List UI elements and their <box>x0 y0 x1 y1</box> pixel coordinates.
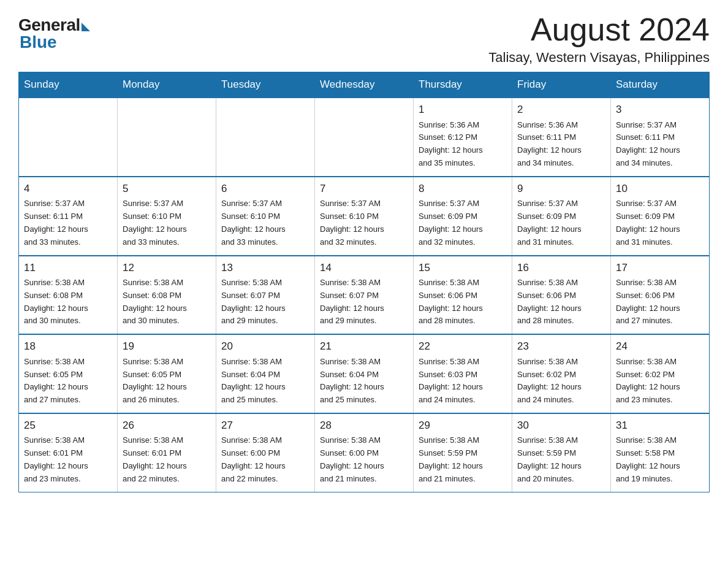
day-number: 29 <box>419 418 507 434</box>
calendar-cell: 24Sunrise: 5:38 AMSunset: 6:02 PMDayligh… <box>611 334 710 413</box>
calendar-cell: 2Sunrise: 5:36 AMSunset: 6:11 PMDaylight… <box>512 98 611 177</box>
calendar-cell: 5Sunrise: 5:37 AMSunset: 6:10 PMDaylight… <box>118 177 216 256</box>
day-number: 3 <box>616 102 704 118</box>
day-info: Sunrise: 5:38 AMSunset: 6:05 PMDaylight:… <box>123 356 211 407</box>
calendar-cell: 19Sunrise: 5:38 AMSunset: 6:05 PMDayligh… <box>118 334 216 413</box>
calendar-cell <box>216 98 315 177</box>
day-info: Sunrise: 5:38 AMSunset: 6:00 PMDaylight:… <box>221 434 309 485</box>
calendar-cell <box>315 98 414 177</box>
calendar-cell: 8Sunrise: 5:37 AMSunset: 6:09 PMDaylight… <box>414 177 512 256</box>
day-info: Sunrise: 5:38 AMSunset: 5:59 PMDaylight:… <box>517 434 605 485</box>
day-number: 26 <box>123 418 211 434</box>
weekday-header-tuesday: Tuesday <box>216 72 315 98</box>
title-area: August 2024 Talisay, Western Visayas, Ph… <box>488 12 710 66</box>
day-info: Sunrise: 5:37 AMSunset: 6:09 PMDaylight:… <box>517 197 605 248</box>
day-number: 27 <box>221 418 309 434</box>
day-number: 2 <box>517 102 605 118</box>
calendar-cell: 22Sunrise: 5:38 AMSunset: 6:03 PMDayligh… <box>414 334 512 413</box>
day-number: 25 <box>24 418 112 434</box>
weekday-header-thursday: Thursday <box>414 72 512 98</box>
day-info: Sunrise: 5:38 AMSunset: 6:04 PMDaylight:… <box>320 356 408 407</box>
day-number: 14 <box>320 260 408 276</box>
calendar-week-2: 4Sunrise: 5:37 AMSunset: 6:11 PMDaylight… <box>19 177 710 256</box>
calendar-cell: 25Sunrise: 5:38 AMSunset: 6:01 PMDayligh… <box>19 413 118 492</box>
calendar-cell: 26Sunrise: 5:38 AMSunset: 6:01 PMDayligh… <box>118 413 216 492</box>
day-number: 5 <box>123 181 211 197</box>
day-number: 24 <box>616 339 704 354</box>
day-info: Sunrise: 5:37 AMSunset: 6:10 PMDaylight:… <box>221 197 309 248</box>
calendar-cell: 11Sunrise: 5:38 AMSunset: 6:08 PMDayligh… <box>19 256 118 335</box>
calendar-cell: 4Sunrise: 5:37 AMSunset: 6:11 PMDaylight… <box>19 177 118 256</box>
day-info: Sunrise: 5:38 AMSunset: 6:08 PMDaylight:… <box>24 277 112 327</box>
day-info: Sunrise: 5:38 AMSunset: 6:01 PMDaylight:… <box>24 434 112 485</box>
calendar-week-5: 25Sunrise: 5:38 AMSunset: 6:01 PMDayligh… <box>19 413 710 492</box>
calendar-cell: 6Sunrise: 5:37 AMSunset: 6:10 PMDaylight… <box>216 177 315 256</box>
day-number: 31 <box>616 418 704 434</box>
day-info: Sunrise: 5:37 AMSunset: 6:09 PMDaylight:… <box>616 197 704 248</box>
calendar-cell: 7Sunrise: 5:37 AMSunset: 6:10 PMDaylight… <box>315 177 414 256</box>
day-info: Sunrise: 5:37 AMSunset: 6:10 PMDaylight:… <box>320 197 408 248</box>
day-number: 11 <box>24 260 112 276</box>
day-info: Sunrise: 5:38 AMSunset: 6:02 PMDaylight:… <box>616 356 704 407</box>
calendar-cell <box>19 98 118 177</box>
calendar-cell: 27Sunrise: 5:38 AMSunset: 6:00 PMDayligh… <box>216 413 315 492</box>
day-info: Sunrise: 5:38 AMSunset: 6:03 PMDaylight:… <box>419 356 507 407</box>
day-number: 30 <box>517 418 605 434</box>
logo-area: General Blue <box>18 12 90 52</box>
calendar-cell: 28Sunrise: 5:38 AMSunset: 6:00 PMDayligh… <box>315 413 414 492</box>
calendar-cell: 21Sunrise: 5:38 AMSunset: 6:04 PMDayligh… <box>315 334 414 413</box>
calendar-cell: 30Sunrise: 5:38 AMSunset: 5:59 PMDayligh… <box>512 413 611 492</box>
weekday-header-friday: Friday <box>512 72 611 98</box>
day-info: Sunrise: 5:37 AMSunset: 6:10 PMDaylight:… <box>123 197 211 248</box>
day-number: 28 <box>320 418 408 434</box>
logo-arrow-icon <box>82 23 90 31</box>
day-number: 16 <box>517 260 605 276</box>
calendar-cell: 13Sunrise: 5:38 AMSunset: 6:07 PMDayligh… <box>216 256 315 335</box>
day-info: Sunrise: 5:38 AMSunset: 6:01 PMDaylight:… <box>123 434 211 485</box>
day-number: 19 <box>123 339 211 354</box>
day-number: 9 <box>517 181 605 197</box>
calendar-week-4: 18Sunrise: 5:38 AMSunset: 6:05 PMDayligh… <box>19 334 710 413</box>
page-header: General Blue August 2024 Talisay, Wester… <box>18 12 710 66</box>
calendar-cell: 9Sunrise: 5:37 AMSunset: 6:09 PMDaylight… <box>512 177 611 256</box>
calendar-cell: 3Sunrise: 5:37 AMSunset: 6:11 PMDaylight… <box>611 98 710 177</box>
day-info: Sunrise: 5:36 AMSunset: 6:12 PMDaylight:… <box>419 119 507 170</box>
day-number: 20 <box>221 339 309 354</box>
calendar-table: SundayMondayTuesdayWednesdayThursdayFrid… <box>18 72 710 492</box>
calendar-cell: 1Sunrise: 5:36 AMSunset: 6:12 PMDaylight… <box>414 98 512 177</box>
weekday-header-monday: Monday <box>118 72 216 98</box>
day-info: Sunrise: 5:38 AMSunset: 6:07 PMDaylight:… <box>320 277 408 327</box>
weekday-header-sunday: Sunday <box>19 72 118 98</box>
day-info: Sunrise: 5:38 AMSunset: 6:06 PMDaylight:… <box>517 277 605 327</box>
day-info: Sunrise: 5:38 AMSunset: 6:00 PMDaylight:… <box>320 434 408 485</box>
day-number: 12 <box>123 260 211 276</box>
calendar-cell: 18Sunrise: 5:38 AMSunset: 6:05 PMDayligh… <box>19 334 118 413</box>
calendar-cell: 12Sunrise: 5:38 AMSunset: 6:08 PMDayligh… <box>118 256 216 335</box>
weekday-header-row: SundayMondayTuesdayWednesdayThursdayFrid… <box>19 72 710 98</box>
logo-blue-text: Blue <box>20 33 57 52</box>
day-info: Sunrise: 5:38 AMSunset: 6:06 PMDaylight:… <box>616 277 704 327</box>
calendar-body: 1Sunrise: 5:36 AMSunset: 6:12 PMDaylight… <box>19 98 710 492</box>
day-number: 8 <box>419 181 507 197</box>
calendar-cell: 31Sunrise: 5:38 AMSunset: 5:58 PMDayligh… <box>611 413 710 492</box>
calendar-week-3: 11Sunrise: 5:38 AMSunset: 6:08 PMDayligh… <box>19 256 710 335</box>
day-info: Sunrise: 5:38 AMSunset: 6:08 PMDaylight:… <box>123 277 211 327</box>
day-number: 4 <box>24 181 112 197</box>
month-title: August 2024 <box>488 12 710 47</box>
weekday-header-wednesday: Wednesday <box>315 72 414 98</box>
day-info: Sunrise: 5:38 AMSunset: 5:58 PMDaylight:… <box>616 434 704 485</box>
calendar-cell: 14Sunrise: 5:38 AMSunset: 6:07 PMDayligh… <box>315 256 414 335</box>
day-info: Sunrise: 5:37 AMSunset: 6:11 PMDaylight:… <box>616 119 704 170</box>
calendar-week-1: 1Sunrise: 5:36 AMSunset: 6:12 PMDaylight… <box>19 98 710 177</box>
day-info: Sunrise: 5:38 AMSunset: 6:05 PMDaylight:… <box>24 356 112 407</box>
day-number: 6 <box>221 181 309 197</box>
day-number: 15 <box>419 260 507 276</box>
day-number: 18 <box>24 339 112 354</box>
day-info: Sunrise: 5:36 AMSunset: 6:11 PMDaylight:… <box>517 119 605 170</box>
day-number: 17 <box>616 260 704 276</box>
day-number: 21 <box>320 339 408 354</box>
calendar-cell: 10Sunrise: 5:37 AMSunset: 6:09 PMDayligh… <box>611 177 710 256</box>
day-info: Sunrise: 5:38 AMSunset: 5:59 PMDaylight:… <box>419 434 507 485</box>
calendar-cell: 20Sunrise: 5:38 AMSunset: 6:04 PMDayligh… <box>216 334 315 413</box>
day-info: Sunrise: 5:37 AMSunset: 6:11 PMDaylight:… <box>24 197 112 248</box>
